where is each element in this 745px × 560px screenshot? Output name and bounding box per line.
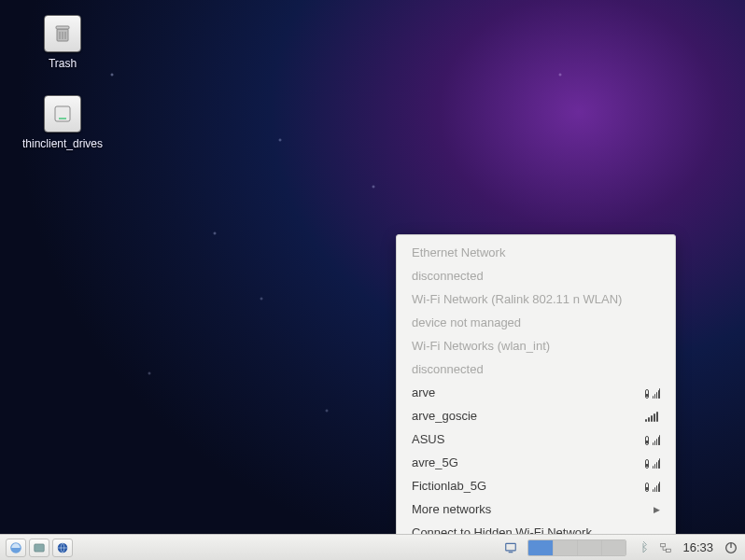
taskbar: 16:33 bbox=[0, 534, 745, 560]
nm-wifi-arve[interactable]: arve bbox=[397, 381, 675, 404]
wifi-signal-icon bbox=[645, 411, 660, 422]
drive-icon bbox=[44, 95, 81, 133]
svg-rect-13 bbox=[667, 549, 671, 553]
desktop-icon-label: Trash bbox=[49, 58, 77, 71]
nm-wifi-ssid: Fictionlab_5G bbox=[412, 479, 486, 493]
nm-wifi-arve-goscie[interactable]: arve_goscie bbox=[397, 404, 675, 427]
nm-section-ethernet: Ethernet Network bbox=[397, 241, 675, 264]
logout-button[interactable] bbox=[723, 539, 739, 556]
nm-wifi-ssid: avre_5G bbox=[412, 455, 458, 469]
nm-wifi-int-status: disconnected bbox=[397, 357, 675, 381]
wifi-signal-icon bbox=[645, 387, 660, 399]
nm-more-networks-label: More networks bbox=[412, 502, 491, 516]
svg-rect-12 bbox=[661, 543, 666, 547]
desktop-icon-label: thinclient_drives bbox=[22, 138, 103, 151]
svg-rect-6 bbox=[59, 118, 66, 119]
bluetooth-tray-icon[interactable] bbox=[636, 540, 651, 555]
nm-wifi-ssid: arve bbox=[412, 385, 435, 399]
nm-wifi-ssid: arve_goscie bbox=[412, 409, 477, 423]
nm-wifi-ext-status: device not managed bbox=[397, 311, 675, 334]
workspace-1[interactable] bbox=[528, 540, 553, 555]
start-menu-button[interactable] bbox=[6, 539, 26, 557]
network-manager-menu: Ethernet Network disconnected Wi-Fi Netw… bbox=[396, 234, 676, 551]
wifi-signal-icon bbox=[645, 457, 660, 469]
wifi-signal-icon bbox=[645, 481, 660, 492]
desktop-icon-drive[interactable]: thinclient_drives bbox=[21, 95, 105, 151]
workspace-pager[interactable] bbox=[527, 539, 626, 556]
svg-rect-11 bbox=[509, 552, 513, 553]
nm-wifi-avre-5g[interactable]: avre_5G bbox=[397, 451, 675, 474]
trash-icon bbox=[44, 15, 81, 52]
nm-section-wifi-int: Wi-Fi Networks (wlan_int) bbox=[397, 334, 675, 357]
svg-rect-10 bbox=[506, 543, 516, 551]
nm-wifi-fictionlab-5g[interactable]: Fictionlab_5G bbox=[397, 474, 675, 497]
nm-more-networks[interactable]: More networks bbox=[397, 497, 675, 521]
desktop-icon-trash[interactable]: Trash bbox=[21, 15, 105, 71]
workspace-3[interactable] bbox=[577, 540, 601, 555]
workspace-2[interactable] bbox=[553, 540, 577, 555]
svg-rect-8 bbox=[35, 543, 45, 551]
desktop[interactable]: Trash thinclient_drives Ethernet Network… bbox=[0, 0, 745, 560]
nm-ethernet-status: disconnected bbox=[397, 264, 675, 287]
taskbar-browser[interactable] bbox=[52, 539, 73, 557]
wifi-signal-icon bbox=[645, 434, 660, 445]
svg-rect-1 bbox=[56, 26, 69, 29]
nm-wifi-ssid: ASUS bbox=[412, 432, 444, 446]
workspace-4[interactable] bbox=[601, 540, 626, 555]
taskbar-clock[interactable]: 16:33 bbox=[682, 540, 713, 554]
taskbar-file-manager[interactable] bbox=[29, 539, 49, 557]
nm-wifi-asus[interactable]: ASUS bbox=[397, 427, 675, 451]
nm-section-wifi-ext: Wi-Fi Network (Ralink 802.11 n WLAN) bbox=[397, 287, 675, 311]
network-tray-icon[interactable] bbox=[658, 540, 673, 555]
show-desktop-button[interactable] bbox=[503, 540, 518, 555]
